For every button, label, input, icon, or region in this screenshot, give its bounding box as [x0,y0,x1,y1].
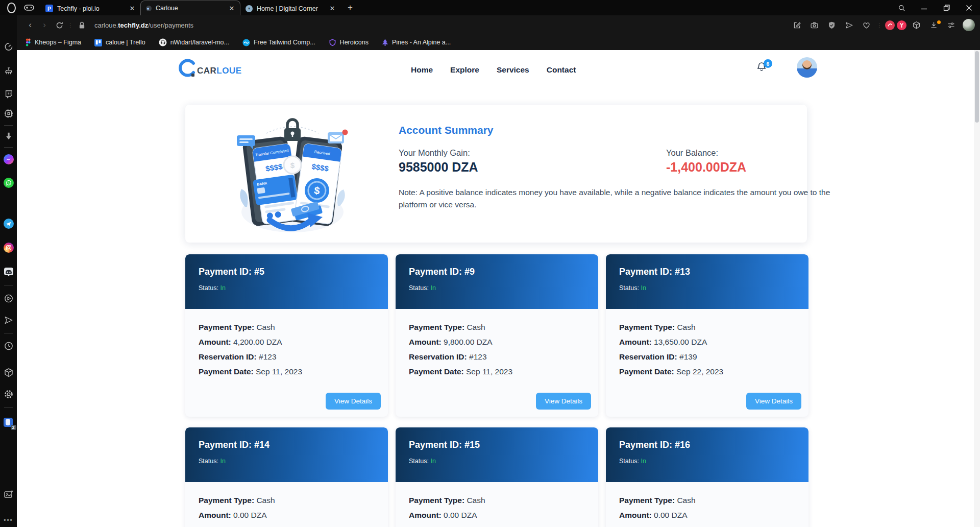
summary-title: Account Summary [399,124,494,136]
new-tab-button[interactable]: + [348,3,353,13]
tab-digital-corner[interactable]: ▾ Home | Digital Corner ✕ [240,2,340,15]
nav-explore[interactable]: Explore [450,65,479,75]
carloue-logo[interactable]: CARLOUE [178,58,242,78]
tab-carloue[interactable]: Carloue ✕ [140,1,240,15]
extension-pink-icon[interactable] [897,20,906,30]
view-details-button[interactable]: View Details [536,393,591,410]
telegram-icon[interactable] [4,219,14,229]
history-icon[interactable] [4,341,13,351]
reload-icon[interactable] [52,21,67,29]
status-value: In [641,284,646,292]
snapshot-icon[interactable] [4,489,14,499]
nav-contact[interactable]: Contact [547,65,576,75]
pine-tree-icon [382,39,388,46]
sidebar-divider [4,333,13,333]
extension-area: ⋮ [789,19,975,31]
settings-icon[interactable] [4,389,14,399]
opera-logo-icon[interactable] [7,3,16,13]
page-scrollbar[interactable] [974,50,980,527]
extension-red-icon[interactable] [885,20,895,30]
github-icon [159,38,167,46]
amount-row: Amount: 0.00 DZA [619,508,795,522]
payment-card: Payment ID: #5 Status: In Payment Type: … [185,254,388,417]
url-path: /user/payments [148,21,193,29]
cleaner-icon[interactable] [4,66,13,76]
extensions-icon[interactable] [4,368,14,378]
close-icon[interactable] [958,0,980,15]
balance-value: -1,400.00DZA [666,160,746,175]
tab-search-icon[interactable] [890,0,913,15]
bookmark-tailwind[interactable]: Free Tailwind Comp... [242,39,315,46]
pinned-tab-icon[interactable]: 2 [4,418,14,428]
tab-techfly[interactable]: P Techfly - ploi.io ✕ [40,2,140,15]
amount-row: Amount: 13,650.00 DZA [619,334,795,349]
browser-profile-avatar[interactable] [963,19,975,31]
bookmark-trello[interactable]: caloue | Trello [94,39,145,46]
tab-close-icon[interactable]: ✕ [228,5,236,12]
minimize-icon[interactable] [913,0,935,15]
url-field[interactable]: carloue.techfly.dz/user/payments [94,21,789,29]
payment-card-body: Payment Type: Cash Amount: 0.00 DZA Rese… [606,482,808,527]
bookmark-github[interactable]: nWidart/laravel-mo... [159,38,229,46]
scrollbar-thumb[interactable] [975,51,979,123]
payment-status: Status: In [619,458,795,465]
discord-icon[interactable] [4,267,14,277]
bookmark-heroicons[interactable]: Heroicons [329,39,369,46]
payment-card-body: Payment Type: Cash Amount: 9,800.00 DZA … [396,309,598,390]
notifications-button[interactable]: 6 [756,61,776,79]
payment-type-row: Payment Type: Cash [199,320,375,334]
account-summary-card: Transfer Completed $$$$ BANK [185,105,807,243]
back-icon[interactable]: ‹ [23,20,37,30]
lock-icon[interactable] [74,21,89,29]
browser-titlebar: P Techfly - ploi.io ✕ Carloue ✕ ▾ Home |… [0,0,980,15]
share-plane-icon[interactable] [841,21,856,30]
bookmark-label: Free Tailwind Comp... [254,39,315,46]
cube-icon[interactable] [909,21,924,30]
flow-icon[interactable] [4,316,14,325]
speed-dial-icon[interactable] [4,42,13,52]
tab-title: Carloue [156,5,224,12]
player-icon[interactable] [4,294,13,303]
bookmark-label: Kheops – Figma [35,39,81,46]
snapshot-camera-icon[interactable] [806,21,822,30]
heart-icon[interactable] [859,21,874,30]
window-controls [890,0,980,15]
compose-icon[interactable] [789,21,804,30]
tab-close-icon[interactable]: ✕ [128,5,136,12]
date-row: Payment Date: Sep 11, 2023 [199,364,375,379]
whatsapp-icon[interactable] [4,178,14,188]
instagram-icon[interactable] [4,243,14,253]
twitch-icon[interactable] [4,89,13,99]
shield-check-icon[interactable] [824,21,839,30]
page-content: CARLOUE Home Explore Services Contact 6 [17,50,980,527]
downloads-icon[interactable] [926,21,941,30]
gx-corner-icon[interactable] [24,4,34,11]
bookmark-figma[interactable]: Kheops – Figma [25,38,81,46]
monthly-gain-label: Your Monthly Gain: [399,148,470,158]
view-details-button[interactable]: View Details [746,393,801,410]
payment-type-row: Payment Type: Cash [199,493,375,508]
payment-type-row: Payment Type: Cash [619,320,795,334]
payment-card: Payment ID: #16 Status: In Payment Type:… [606,427,808,527]
tune-icon[interactable] [943,21,959,30]
payment-card-header: Payment ID: #9 Status: In [396,254,598,309]
nav-home[interactable]: Home [411,65,433,75]
tab-close-icon[interactable]: ✕ [328,5,336,12]
bookmark-pines[interactable]: Pines - An Alpine a... [382,39,451,46]
payment-card-body: Payment Type: Cash Amount: 13,650.00 DZA… [606,309,808,390]
carloue-favicon [146,6,152,11]
digital-corner-favicon: ▾ [246,5,253,12]
forward-icon[interactable]: › [37,20,52,30]
messenger-icon[interactable] [4,154,14,164]
date-row: Payment Date: Sep 22, 2023 [619,364,795,379]
view-details-button[interactable]: View Details [326,393,381,410]
restore-icon[interactable] [935,0,958,15]
user-avatar[interactable] [797,57,817,78]
nav-services[interactable]: Services [497,65,529,75]
amount-row: Amount: 0.00 DZA [409,508,585,522]
more-icon[interactable]: ••• [4,517,13,524]
gx-control-icon[interactable] [4,109,13,118]
url-prefix: carloue. [94,21,118,29]
money-transfer-illustration: Transfer Completed $$$$ BANK [234,109,351,237]
mods-icon[interactable] [4,132,13,140]
